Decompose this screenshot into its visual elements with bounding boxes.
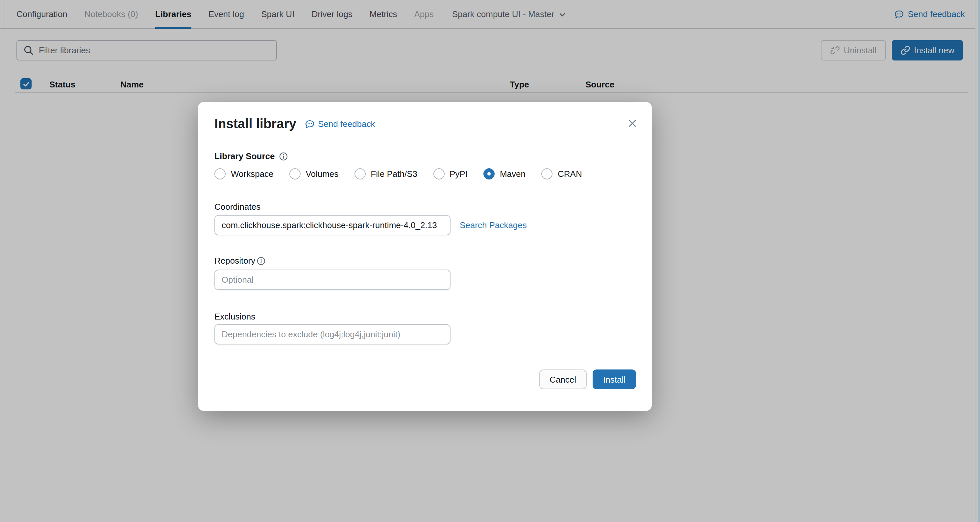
radio-circle xyxy=(541,168,552,179)
library-source-label-row: Library Source xyxy=(215,151,288,161)
search-packages-link[interactable]: Search Packages xyxy=(460,220,527,230)
exclusions-label: Exclusions xyxy=(215,312,255,322)
radio-circle xyxy=(433,168,444,179)
coordinates-label-row: Coordinates xyxy=(215,202,261,212)
library-source-label: Library Source xyxy=(215,151,275,161)
dialog-title: Install library xyxy=(215,116,296,132)
radio-cran[interactable]: CRAN xyxy=(541,168,582,179)
cancel-button[interactable]: Cancel xyxy=(539,370,587,389)
dialog-send-feedback-link[interactable]: Send feedback xyxy=(304,119,375,129)
exclusions-row xyxy=(215,324,450,344)
radio-circle xyxy=(290,168,301,179)
radio-file-path-s3[interactable]: File Path/S3 xyxy=(354,168,417,179)
library-source-options: Workspace Volumes File Path/S3 PyPI Mave… xyxy=(215,168,582,179)
page: Configuration Notebooks (0) Libraries Ev… xyxy=(0,0,980,522)
exclusions-label-row: Exclusions xyxy=(215,312,255,322)
speech-bubble-icon xyxy=(304,119,315,129)
radio-label: Maven xyxy=(500,169,525,179)
coordinates-input[interactable] xyxy=(215,215,450,235)
radio-circle xyxy=(484,168,495,179)
radio-circle xyxy=(215,168,226,179)
radio-maven[interactable]: Maven xyxy=(484,168,525,179)
coordinates-row: Search Packages xyxy=(215,215,527,235)
repository-label-row: Repository xyxy=(215,256,266,266)
dialog-header: Install library Send feedback xyxy=(215,116,375,132)
close-icon xyxy=(627,118,637,128)
dialog-footer: Cancel Install xyxy=(539,370,636,389)
repository-label: Repository xyxy=(215,256,255,266)
radio-label: Volumes xyxy=(306,169,339,179)
radio-label: PyPI xyxy=(450,169,468,179)
radio-volumes[interactable]: Volumes xyxy=(290,168,339,179)
exclusions-input[interactable] xyxy=(215,324,450,344)
radio-label: Workspace xyxy=(231,169,274,179)
coordinates-label: Coordinates xyxy=(215,202,261,212)
repository-input[interactable] xyxy=(215,270,450,290)
radio-workspace[interactable]: Workspace xyxy=(215,168,274,179)
radio-circle xyxy=(354,168,365,179)
install-button[interactable]: Install xyxy=(593,370,636,389)
radio-pypi[interactable]: PyPI xyxy=(433,168,468,179)
close-button[interactable] xyxy=(627,118,638,129)
dialog-header-divider xyxy=(215,143,635,143)
info-icon[interactable] xyxy=(279,152,288,161)
radio-label: CRAN xyxy=(558,169,582,179)
radio-label: File Path/S3 xyxy=(371,169,417,179)
install-library-dialog: Install library Send feedback Library So… xyxy=(198,102,652,411)
dialog-send-feedback-label: Send feedback xyxy=(318,119,375,129)
info-icon[interactable] xyxy=(256,256,266,265)
repository-row xyxy=(215,270,450,290)
